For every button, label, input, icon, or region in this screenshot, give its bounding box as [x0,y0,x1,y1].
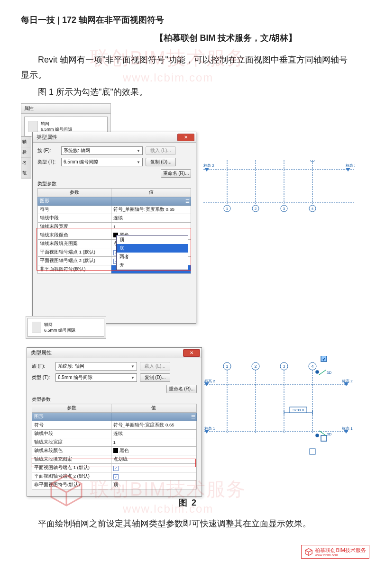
load-button-2[interactable]: 载入 (L)... [140,362,170,371]
type-thumbnail-icon [28,121,38,132]
rename-button-2[interactable]: 重命名 (R)... [166,385,197,393]
load-button[interactable]: 载入 (L)... [146,146,176,155]
svg-text:3: 3 [283,364,285,369]
category-graphics[interactable]: 图形 [38,197,111,206]
figure-2-caption: 图 2 [21,497,355,508]
svg-text:4: 4 [311,364,313,369]
article-title: 每日一技 | 172 轴网在非平面视图符号 [21,14,355,26]
rename-button[interactable]: 重命名 (R)... [161,169,191,178]
type-select[interactable]: 6.5mm 编号间隙 ▼ [61,158,143,166]
table-row: 轴线末段宽度1 [32,438,197,447]
dialog-body: 族 (F): 系统族: 轴网 ▼ 载入 (L)... 类型 (T): 6.5mm… [33,143,196,323]
type-select-2[interactable]: 6.5mm 编号间隙 ▼ [55,373,137,382]
footer-logo: 柏慕联创BIM技术服务 www.lcbim.com [301,545,369,559]
table-row: 平面视图轴号端点 1 (默认)✓ [32,464,197,472]
svg-text:1: 1 [226,207,229,211]
chevron-down-icon: ▼ [137,149,140,153]
footer-text: 柏慕联创BIM技术服务 www.lcbim.com [315,547,366,557]
svg-rect-35 [321,435,327,441]
chevron-down-icon: ▼ [131,364,135,369]
svg-text:3: 3 [283,207,285,211]
svg-point-34 [316,434,319,437]
article-author: 【柏慕联创 BIM 技术服务，文/胡林】 [21,32,355,44]
svg-point-33 [316,371,319,373]
checkbox-icon[interactable]: ✓ [113,466,119,471]
symbol-dropdown[interactable]: 顶 底 两者 无 [116,235,188,270]
sidebar-stub: 轴 标 名 范 [21,136,31,178]
figure-2-container: 类型属性 ✕ 族 (F): 系统族: 轴网 ▼ 载入 (L)... 类型 (T)… [21,342,355,493]
table-row: 轴线末段宽度1 [38,223,191,231]
close-icon[interactable]: ✕ [183,349,200,357]
type-params-label: 类型参数 [37,181,191,187]
svg-text:3700.0: 3700.0 [293,408,304,412]
table-row: 轴线中段连续 [38,214,191,223]
type-properties-dialog-2: 类型属性 ✕ 族 (F): 系统族: 轴网 ▼ 载入 (L)... 类型 (T)… [27,347,202,497]
chevron-down-icon: ▼ [137,160,140,164]
figure-1-container: 属性 轴网 6.5mm 编号间隙 轴 标 名 范 类型属性 ✕ 族 (F): 系… [21,103,355,276]
type-label: 类型 (T): [37,159,58,165]
color-swatch [113,448,118,453]
type-properties-dialog: 类型属性 ✕ 族 (F): 系统族: 轴网 ▼ 载入 (L)... 类型 (T)… [32,132,196,324]
type-selector-2[interactable]: 轴网 6.5mm 编号间隙 [28,318,104,337]
svg-text:1: 1 [226,364,228,369]
svg-text:2: 2 [255,207,257,211]
chevron-down-icon: ▼ [131,376,135,380]
dialog-titlebar-2[interactable]: 类型属性 ✕ [27,348,202,358]
dropdown-option-bottom[interactable]: 底 [117,244,188,253]
table-row: 符号符号_单圈轴号:宽度系数 0.65 [38,206,191,214]
type-value: 6.5mm 编号间隙 [64,159,98,165]
table-row: 符号符号_单圈轴号:宽度系数 0.65 [32,421,197,430]
svg-text:2: 2 [254,364,257,369]
family-label: 族 (F): [37,147,58,154]
dialog-title-text: 类型属性 [37,134,57,141]
elevation-view-bottom: 标高 2 标高 2 12 34 [203,160,355,217]
table-row: 轴线中段连续 [32,430,197,438]
family-select[interactable]: 系统族: 轴网 ▼ [61,146,143,155]
type-thumbnail-icon [32,322,41,333]
type-text-2: 轴网 6.5mm 编号间隙 [44,322,75,333]
dropdown-option-none[interactable]: 无 [117,261,188,270]
table-row: 非平面视图符号(默认)顶 [32,481,197,489]
copy-button-2[interactable]: 复制 (D)... [140,373,170,382]
col-param: 参数 [38,189,111,197]
svg-text:3D: 3D [327,432,331,436]
col-value: 值 [111,189,191,197]
properties-tab[interactable]: 属性 [21,104,110,114]
dropdown-option-top[interactable]: 顶 [117,235,188,244]
svg-rect-47 [310,449,315,454]
paragraph-fig1-intro: 图 1 所示为勾选"底"的效果。 [21,84,355,100]
cube-icon [304,548,313,556]
elevation-view-top: 12 34 ✓ 3D [203,356,355,460]
paragraph-conclusion: 平面绘制轴网之前设定其轴网类型参数即可快速调整其在立面显示效果。 [21,516,355,531]
params-table-2: 参数值 图形☰ 符号符号_单圈轴号:宽度系数 0.65 轴线中段连续 轴线末段宽… [32,404,197,489]
checkbox-icon[interactable]: ✓ [113,474,119,479]
type-text: 轴网 6.5mm 编号间隙 [41,121,72,132]
dropdown-option-both[interactable]: 两者 [117,253,188,261]
table-row: 轴线末段颜色黑色 [32,447,197,455]
close-icon[interactable]: ✕ [177,134,194,141]
svg-text:4: 4 [312,207,314,211]
dialog-titlebar[interactable]: 类型属性 ✕ [33,132,196,143]
properties-panel-2: 轴网 6.5mm 编号间隙 [26,316,106,339]
svg-text:标高 2: 标高 2 [345,163,355,168]
table-row: 平面视图轴号端点 2 (默认)✓ [32,472,197,481]
paragraph-intro: Revit 轴网有一项"非平面视图符号"功能，可以控制在立面视图中垂直方同轴网轴… [21,52,355,82]
family-select-2[interactable]: 系统族: 轴网 ▼ [55,362,137,371]
table-row: 轴线末段填充图案点划线 [32,455,197,464]
copy-button[interactable]: 复制 (D)... [146,158,176,166]
type-name: 轴网 [41,121,72,127]
family-value: 系统族: 轴网 [64,147,90,154]
svg-text:3D: 3D [327,371,331,375]
svg-text:✓: ✓ [322,357,326,362]
svg-text:标高 2: 标高 2 [203,163,214,168]
